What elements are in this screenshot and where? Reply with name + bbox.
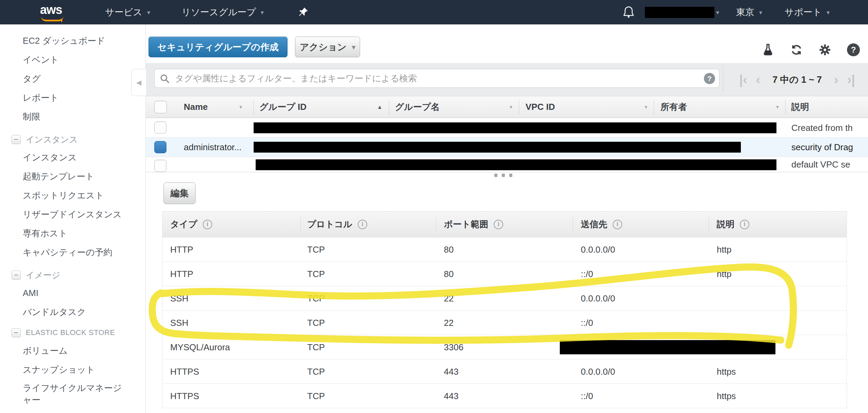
refresh-icon[interactable] bbox=[790, 43, 803, 56]
column-header-group-id[interactable]: グループ ID bbox=[259, 96, 307, 118]
column-header-group-name[interactable]: グループ名 bbox=[395, 96, 440, 118]
pagination: |‹ ‹ 7 中の 1 ~ 7 › ›| bbox=[726, 63, 868, 96]
nav-resource-groups[interactable]: リソースグループ▾ bbox=[181, 0, 264, 24]
rule-row-ssh[interactable]: SSH TCP 22 ::/0 bbox=[162, 311, 847, 335]
table-row-selected[interactable]: administrator... security of Drag bbox=[146, 138, 868, 157]
sidebar-item-capacity-reservations[interactable]: キャパシティーの予約 bbox=[0, 243, 145, 262]
sidebar-item-volumes[interactable]: ボリューム bbox=[0, 341, 145, 360]
divider bbox=[723, 66, 723, 93]
sidebar-section-instances: − インスタンス bbox=[0, 131, 145, 148]
notifications-bell-icon[interactable] bbox=[623, 5, 635, 20]
sort-caret-icon[interactable]: ▾ bbox=[776, 96, 779, 118]
sidebar-item-limits[interactable]: 制限 bbox=[0, 107, 145, 126]
sidebar-item-instances[interactable]: インスタンス bbox=[0, 148, 145, 167]
sidebar-item-ami[interactable]: AMI bbox=[0, 283, 145, 302]
column-header-name[interactable]: Name bbox=[184, 96, 208, 118]
security-groups-table-header: Name ▾ グループ ID ▲ グループ名 ▾ VPC ID ▾ 所有者 ▾ … bbox=[146, 96, 868, 118]
column-header-description[interactable]: 説明 bbox=[791, 96, 809, 118]
pane-resize-handle[interactable] bbox=[494, 174, 512, 177]
create-security-group-button[interactable]: セキュリティグループの作成 bbox=[149, 37, 288, 57]
nav-services[interactable]: サービス▾ bbox=[105, 0, 150, 24]
actions-button-label: アクション bbox=[300, 41, 347, 53]
redacted-bar bbox=[560, 340, 775, 354]
pin-icon[interactable] bbox=[298, 7, 309, 19]
rule-row[interactable]: HTTPS TCP 443 ::/0 https bbox=[162, 384, 847, 408]
sidebar-collapse-tab[interactable]: ◀ bbox=[131, 69, 146, 96]
sidebar-item-events[interactable]: イベント bbox=[0, 50, 145, 69]
info-icon[interactable]: i bbox=[740, 220, 749, 229]
experiment-flask-icon[interactable] bbox=[762, 43, 774, 56]
info-icon[interactable]: i bbox=[494, 220, 503, 229]
sidebar-item-dedicated-hosts[interactable]: 専有ホスト bbox=[0, 224, 145, 243]
first-page-button[interactable]: |‹ bbox=[739, 73, 747, 86]
divider bbox=[709, 217, 709, 232]
row-checkbox-checked[interactable] bbox=[154, 141, 166, 153]
sidebar-item-spot-requests[interactable]: スポットリクエスト bbox=[0, 186, 145, 205]
pagination-label: 7 中の 1 ~ 7 bbox=[772, 74, 822, 86]
sidebar-item-reports[interactable]: レポート bbox=[0, 88, 145, 107]
sort-caret-icon[interactable]: ▾ bbox=[510, 96, 512, 118]
nav-support[interactable]: サポート▾ bbox=[785, 0, 830, 24]
sidebar-nav: EC2 ダッシュボード イベント タグ レポート 制限 − インスタンス インス… bbox=[0, 24, 146, 413]
sidebar-section-label: ELASTIC BLOCK STORE bbox=[26, 328, 115, 337]
collapse-left-icon: ◀ bbox=[136, 78, 141, 86]
nav-region[interactable]: 東京▾ bbox=[736, 0, 762, 24]
column-header-owner[interactable]: 所有者 bbox=[660, 96, 687, 118]
sidebar-item-launch-templates[interactable]: 起動テンプレート bbox=[0, 167, 145, 186]
actions-button[interactable]: アクション▾ bbox=[295, 37, 360, 57]
select-all-checkbox[interactable] bbox=[154, 101, 167, 113]
column-header-destination-label: 送信先 bbox=[581, 218, 607, 230]
sidebar-item-tags[interactable]: タグ bbox=[0, 69, 145, 88]
row-checkbox[interactable] bbox=[154, 160, 166, 172]
info-icon[interactable]: i bbox=[203, 220, 212, 229]
sidebar-item-ec2-dashboard[interactable]: EC2 ダッシュボード bbox=[0, 31, 145, 50]
edit-button[interactable]: 編集 bbox=[163, 182, 196, 204]
collapse-minus-icon[interactable]: − bbox=[12, 271, 21, 280]
table-row[interactable]: default VPC se bbox=[146, 157, 868, 172]
sidebar-item-snapshots[interactable]: スナップショット bbox=[0, 360, 145, 379]
inbound-rules-table: タイプ i プロトコル i ポート範囲 i 送信先 i 説明 i bbox=[162, 211, 847, 408]
rule-type: HTTPS bbox=[170, 359, 199, 384]
last-page-button[interactable]: ›| bbox=[847, 73, 855, 86]
collapse-minus-icon[interactable]: − bbox=[12, 328, 21, 337]
rule-row[interactable]: HTTP TCP 80 ::/0 http bbox=[162, 262, 847, 286]
account-chevron[interactable]: ▾ bbox=[716, 0, 719, 24]
column-header-vpc-id[interactable]: VPC ID bbox=[526, 96, 555, 118]
sort-caret-icon[interactable]: ▾ bbox=[239, 96, 242, 118]
rule-description: http bbox=[717, 262, 731, 286]
rule-type: HTTP bbox=[170, 262, 193, 286]
info-icon[interactable]: i bbox=[613, 220, 622, 229]
rule-port-range: 3306 bbox=[444, 335, 463, 359]
next-page-button[interactable]: › bbox=[834, 73, 839, 86]
rule-protocol: TCP bbox=[307, 335, 325, 359]
rule-row[interactable]: MYSQL/Aurora TCP 3306 bbox=[162, 335, 847, 359]
info-icon[interactable]: i bbox=[358, 220, 367, 229]
rule-destination: 0.0.0.0/0 bbox=[581, 286, 615, 311]
rule-row[interactable]: HTTPS TCP 443 0.0.0.0/0 https bbox=[162, 359, 847, 384]
column-header-protocol-label: プロトコル bbox=[307, 218, 352, 230]
table-row[interactable]: Created from th bbox=[146, 118, 868, 138]
rule-row[interactable]: HTTP TCP 80 0.0.0.0/0 http bbox=[162, 237, 847, 262]
sidebar-item-lifecycle-manager[interactable]: ライフサイクルマネージャー bbox=[0, 379, 129, 409]
rule-row-ssh[interactable]: SSH TCP 22 0.0.0.0/0 bbox=[162, 286, 847, 311]
sidebar-item-bundle-tasks[interactable]: バンドルタスク bbox=[0, 302, 145, 321]
aws-logo[interactable]: aws bbox=[40, 3, 62, 17]
row-checkbox[interactable] bbox=[154, 121, 166, 134]
sort-caret-up-icon[interactable]: ▲ bbox=[377, 96, 382, 118]
sidebar-item-reserved-instances[interactable]: リザーブドインスタンス bbox=[0, 205, 145, 224]
nav-services-label: サービス bbox=[105, 7, 142, 17]
help-icon[interactable]: ? bbox=[847, 43, 860, 56]
chevron-down-icon: ▾ bbox=[261, 9, 264, 16]
search-input[interactable] bbox=[155, 69, 719, 87]
account-menu-redacted[interactable] bbox=[645, 7, 714, 18]
previous-page-button[interactable]: ‹ bbox=[756, 73, 761, 86]
rule-protocol: TCP bbox=[307, 311, 325, 335]
column-header-type: タイプ i bbox=[170, 212, 212, 237]
rule-destination: 0.0.0.0/0 bbox=[581, 359, 615, 384]
sort-caret-icon[interactable]: ▾ bbox=[645, 96, 647, 118]
rule-protocol: TCP bbox=[307, 237, 325, 262]
nav-region-label: 東京 bbox=[736, 7, 754, 17]
search-help-icon[interactable]: ? bbox=[704, 73, 715, 84]
gear-icon[interactable] bbox=[818, 43, 831, 56]
collapse-minus-icon[interactable]: − bbox=[12, 135, 21, 144]
